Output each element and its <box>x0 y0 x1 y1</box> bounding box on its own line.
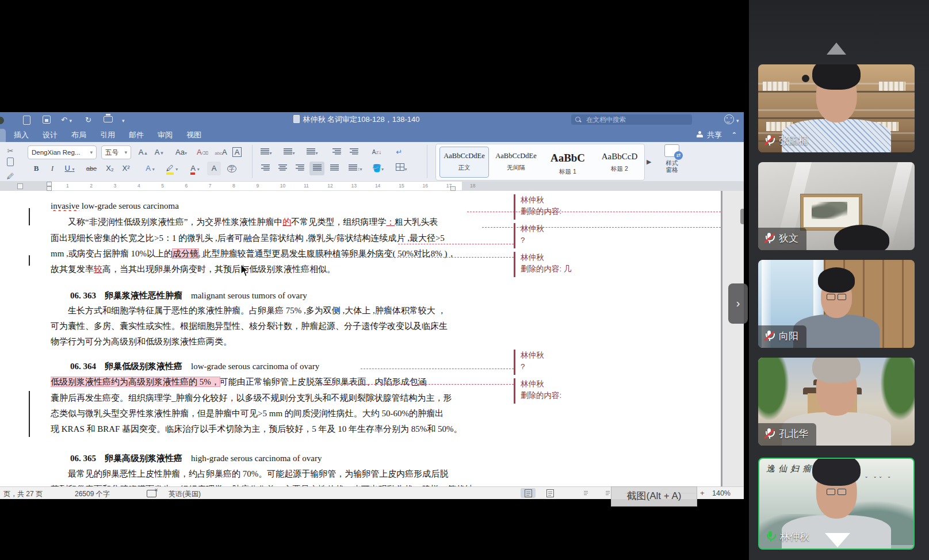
multilevel-list-button[interactable]: ▾ <box>304 145 321 159</box>
character-border-button[interactable]: A <box>230 145 244 159</box>
font-color-button[interactable]: A ▾ <box>185 162 205 175</box>
zoom-level[interactable]: 140% <box>712 489 731 497</box>
new-document-icon[interactable] <box>23 116 30 125</box>
justify-button[interactable] <box>309 162 324 175</box>
strikethrough-button[interactable]: abe <box>83 162 100 175</box>
align-center-button[interactable] <box>275 162 290 175</box>
paragraph-direction-button[interactable]: ↵ <box>391 145 407 159</box>
tab-布局[interactable]: 布局 <box>64 128 93 142</box>
font-name-select[interactable]: DengXian Reg...▾ <box>28 145 97 159</box>
outline-view-icon[interactable] <box>578 488 593 498</box>
web-layout-view-icon[interactable] <box>542 488 557 498</box>
shading-button[interactable]: 🪣▾ <box>369 162 387 175</box>
tab-home-partial[interactable] <box>0 129 6 142</box>
toolbar-options-icon[interactable]: ▾ <box>122 115 125 126</box>
ruler[interactable]: 123456789101112131415161718 <box>0 181 744 191</box>
revision-comment[interactable]: 林仲秋删除的内容: 几 <box>521 252 572 275</box>
tab-selector-icon[interactable] <box>17 183 23 189</box>
first-line-indent-marker[interactable] <box>47 182 52 186</box>
document-page[interactable]: invasive low-grade serous carcinoma 又称“非… <box>0 191 721 486</box>
align-left-button[interactable] <box>258 162 273 175</box>
search-input[interactable]: 在文档中搜索 <box>571 114 692 125</box>
document-line[interactable]: 故其复发率较高，当其出现卵巢外病变时，其预后与低级别浆液性癌相似。 <box>51 264 335 275</box>
proofing-icon[interactable] <box>147 490 156 497</box>
document-line[interactable]: 现 KRAS 和 BRAF 基因突变。临床治疗以手术切除为主，预后较好，5 年及… <box>51 424 462 435</box>
increase-indent-button[interactable] <box>346 145 361 159</box>
undo-icon[interactable]: ↶ ▾ <box>61 115 72 126</box>
superscript-button[interactable]: X² <box>118 162 133 175</box>
underline-button[interactable]: U ▾ <box>61 162 78 175</box>
tab-插入[interactable]: 插入 <box>7 128 36 142</box>
hanging-indent-marker[interactable] <box>47 186 52 191</box>
document-line[interactable]: 囊肿后再发生癌变。组织病理学_肿瘤分化较好，以多级不规则分支乳头和不规则裂隙状腺… <box>51 393 452 404</box>
enclose-characters-button[interactable]: 字 <box>224 162 239 175</box>
text-effects-button[interactable]: A ▾ <box>140 162 160 175</box>
scrollbar-thumb[interactable] <box>740 209 744 224</box>
document-line[interactable]: 态类似与微乳头型交界性浆液性肿瘤，但是肿瘤中可见>5 mm 的间质浸润性病灶。大… <box>51 408 444 419</box>
char-shading-button[interactable]: A <box>207 162 221 175</box>
document-line[interactable]: 最常见的卵巢恶性上皮性肿瘤，约占卵巢癌的 70%。可能起源于输卵管，为输卵管上皮… <box>51 469 448 480</box>
distribute-button[interactable] <box>327 162 342 175</box>
document-line[interactable]: 又称“非浸润性低级别浆液性癌”，为交界性浆液性肿瘤中的不常见类型，组织病理学：粗… <box>51 217 438 228</box>
document-line[interactable]: mm ,或病变占据肿瘤 10%以上的成分镜. 此型肿瘤较普通型更易发生腹膜种植等… <box>51 248 456 259</box>
share-button[interactable]: 共享 <box>697 130 722 140</box>
participant-video-张国楠[interactable]: 张国楠 <box>758 64 915 152</box>
bullet-list-button[interactable]: ▾ <box>258 145 275 159</box>
style-card-无间隔[interactable]: AaBbCcDdEe无间隔 <box>491 147 541 178</box>
highlight-button[interactable]: 🖊 ▾ <box>162 162 182 175</box>
collapse-ribbon-icon[interactable]: ⌃ <box>732 131 737 139</box>
style-card-标题 1[interactable]: AaBbC标题 1 <box>543 147 592 178</box>
bold-button[interactable]: B <box>30 162 43 175</box>
decrease-indent-button[interactable] <box>329 145 344 159</box>
traffic-light-icon[interactable] <box>0 117 4 124</box>
redo-icon[interactable]: ↻ <box>85 115 91 125</box>
subscript-button[interactable]: X₂ <box>102 162 117 175</box>
revision-comment[interactable]: 林仲秋删除的内容: <box>521 378 561 401</box>
clear-formatting-button[interactable]: A⌫ <box>194 145 211 159</box>
participant-video-向阳[interactable]: 向阳 <box>758 260 915 348</box>
word-count[interactable]: 26509 个字 <box>75 489 110 499</box>
feedback-smiley-icon[interactable] <box>724 114 734 124</box>
print-icon[interactable] <box>104 114 113 122</box>
panel-collapse-button[interactable]: › <box>728 283 748 324</box>
styles-gallery-more-icon[interactable]: ▶ <box>647 158 651 166</box>
font-size-select[interactable]: 五号▾ <box>101 145 131 159</box>
scroll-down-icon[interactable] <box>825 533 850 547</box>
tab-引用[interactable]: 引用 <box>93 128 122 142</box>
document-line[interactable]: 生长方式和细胞学特征属于恶性的浆液性肿瘤。占卵巢癌 75% ,多为双侧 ,大体上… <box>51 305 446 316</box>
tab-设计[interactable]: 设计 <box>36 128 64 142</box>
style-card-标题 2[interactable]: AaBbCcD标题 2 <box>595 147 644 178</box>
document-heading[interactable]: 06. 364 卵巢低级别浆液性癌 low-grade serous carci… <box>51 361 319 372</box>
zoom-in-button[interactable]: + <box>700 489 705 497</box>
revision-comment[interactable]: 林仲秋? <box>521 223 544 246</box>
revision-comment[interactable]: 林仲秋? <box>521 350 544 373</box>
clipboard-icon[interactable] <box>3 157 17 171</box>
language-status[interactable]: 英语(美国) <box>169 489 201 499</box>
sort-button[interactable]: AZ↓ <box>368 145 385 159</box>
document-line[interactable]: 低级别浆液性癌约为高级别浆液性癌的 5%，可能由正常输卵管上皮脱落至卵巢表面、内… <box>51 377 427 388</box>
borders-button[interactable]: ▾ <box>392 162 411 175</box>
document-line[interactable]: 面出现细长密集的长宽之比>5：1 的微乳头 ,后者可融合呈筛状结构 ,微乳头/筛… <box>51 233 445 244</box>
numbered-list-button[interactable]: ▾ <box>281 145 298 159</box>
scroll-up-icon[interactable] <box>827 43 846 55</box>
participant-video-孔北华[interactable]: 孔北华 <box>758 358 915 446</box>
tab-视图[interactable]: 视图 <box>179 128 208 142</box>
style-card-正文[interactable]: AaBbCcDdEe正文 <box>439 147 489 178</box>
style-pane-button[interactable]: ⇄ 样式窗格 <box>656 144 688 173</box>
change-case-button[interactable]: Aa▾ <box>171 145 191 159</box>
page-count[interactable]: 页，共 27 页 <box>3 489 43 499</box>
tab-邮件[interactable]: 邮件 <box>122 128 151 142</box>
grow-font-button[interactable]: A▲ <box>136 145 151 159</box>
right-indent-marker[interactable] <box>450 186 456 191</box>
shrink-font-button[interactable]: A▼ <box>152 145 167 159</box>
document-line[interactable]: 物学行为可分为高级别和低级别浆液性癌两类。 <box>51 336 232 347</box>
print-layout-view-icon[interactable] <box>521 488 536 498</box>
save-icon[interactable] <box>43 116 51 124</box>
vertical-scrollbar[interactable] <box>722 191 744 486</box>
document-heading[interactable]: 06. 363 卵巢浆液性恶性肿瘤 malignant serous tumor… <box>51 290 307 301</box>
document-heading[interactable]: 06. 365 卵巢高级别浆液性癌 high-grade serous carc… <box>51 453 322 464</box>
revision-comment[interactable]: 林仲秋删除的内容: <box>521 194 561 217</box>
phonetic-guide-button[interactable]: abcA <box>213 145 229 159</box>
cut-icon[interactable]: ✂ <box>3 144 17 158</box>
line-spacing-button[interactable]: ↕▾ <box>346 162 365 175</box>
